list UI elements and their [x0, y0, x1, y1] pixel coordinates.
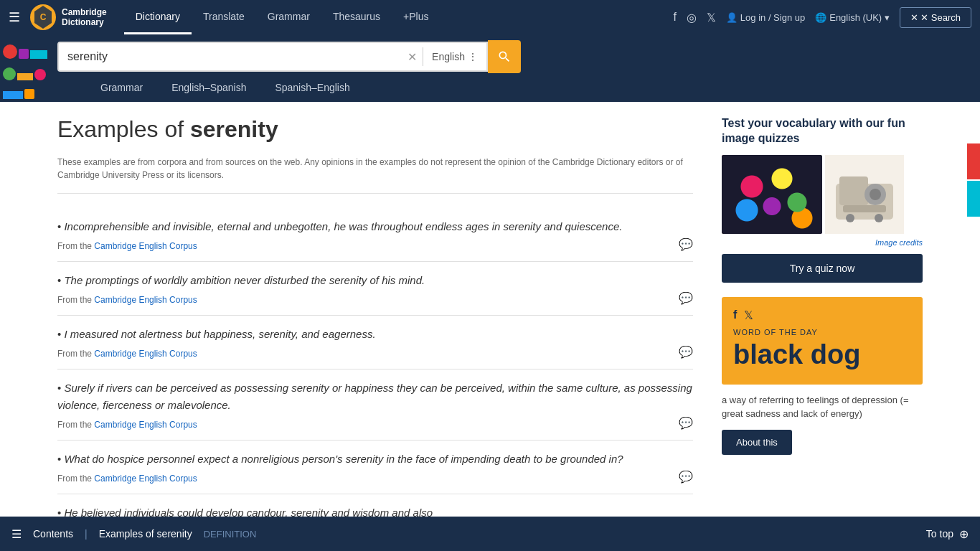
bottom-hamburger-menu[interactable]: ☰: [11, 527, 22, 541]
svg-point-6: [774, 171, 798, 196]
comment-icon[interactable]: 💬: [679, 470, 693, 484]
quiz-button[interactable]: Try a quiz now: [722, 254, 923, 283]
wotd-word: black dog: [733, 339, 911, 370]
svg-point-9: [782, 194, 805, 217]
quiz-image-right: [825, 155, 904, 234]
bottom-examples-link[interactable]: Examples of serenity: [99, 528, 192, 540]
to-top-icon[interactable]: ⊕: [959, 527, 969, 541]
instagram-icon[interactable]: ◎: [687, 11, 697, 24]
quiz-box: Test your vocabulary with our fun image …: [722, 116, 923, 283]
close-icon: ✕: [910, 12, 918, 23]
logo[interactable]: C Cambridge Dictionary: [29, 3, 107, 32]
image-credits: Image credits: [722, 238, 923, 247]
sub-nav-grammar[interactable]: Grammar: [86, 73, 157, 102]
example-source: From the Cambridge English Corpus: [57, 420, 693, 430]
nav-right: f ◎ 𝕏 👤 Log in / Sign up 🌐 English (UK) …: [673, 7, 971, 28]
word-of-the-day-box: f 𝕏 WORD OF THE DAY black dog: [722, 297, 923, 385]
nav-link-translate[interactable]: Translate: [192, 1, 256, 34]
comment-icon[interactable]: 💬: [679, 345, 693, 359]
main-content: Examples of serenity These examples are …: [0, 116, 980, 548]
bottom-right: To top ⊕: [926, 527, 969, 541]
wotd-label: WORD OF THE DAY: [733, 328, 911, 336]
wotd-facebook-icon[interactable]: f: [733, 309, 737, 322]
sub-nav-spanish-english[interactable]: Spanish–English: [260, 73, 364, 102]
wotd-definition-area: a way of referring to feelings of depres…: [722, 393, 923, 455]
example-text: What do hospice personnel expect a nonre…: [57, 451, 693, 468]
search-bar: ✕ English ⋮: [57, 42, 488, 72]
about-this-button[interactable]: About this: [722, 430, 792, 455]
disclaimer-text: These examples are from corpora and from…: [57, 156, 693, 194]
search-button-top[interactable]: ✕ ✕ Search: [900, 7, 971, 28]
nav-link-plus[interactable]: +Plus: [392, 1, 440, 34]
logo-icon: C: [29, 3, 57, 32]
hamburger-menu[interactable]: ☰: [9, 9, 20, 25]
svg-point-22: [875, 214, 883, 222]
clear-search-button[interactable]: ✕: [402, 50, 423, 64]
main-nav-links: Dictionary Translate Grammar Thesaurus +…: [124, 1, 440, 34]
right-accent-decoration: [967, 143, 980, 217]
search-go-button[interactable]: [488, 40, 521, 73]
quiz-image-left: [722, 155, 822, 234]
search-area-wrapper: ✕ English ⋮ Grammar English–Spanish Span…: [0, 34, 980, 102]
language-selector[interactable]: 🌐 English (UK) ▾: [815, 12, 890, 23]
comment-icon[interactable]: 💬: [679, 291, 693, 305]
example-text: Incomprehensible and invisible, eternal …: [57, 218, 693, 235]
example-text: Surely if rivers can be perceived as pos…: [57, 380, 693, 414]
wotd-twitter-icon[interactable]: 𝕏: [744, 309, 753, 322]
wotd-social: f 𝕏: [733, 309, 911, 322]
twitter-icon[interactable]: 𝕏: [707, 11, 716, 24]
bottom-contents-button[interactable]: Contents: [33, 528, 73, 540]
svg-point-21: [846, 214, 854, 222]
to-top-button[interactable]: To top: [926, 528, 953, 540]
quiz-images: [722, 155, 923, 234]
svg-rect-13: [776, 155, 780, 185]
logo-text: Cambridge Dictionary: [62, 7, 107, 28]
svg-rect-17: [839, 176, 868, 205]
user-icon: 👤: [726, 12, 738, 23]
language-select[interactable]: English ⋮: [423, 51, 486, 62]
quiz-title: Test your vocabulary with our fun image …: [722, 116, 923, 146]
svg-rect-20: [843, 205, 886, 212]
comment-icon[interactable]: 💬: [679, 237, 693, 251]
example-source: From the Cambridge English Corpus: [57, 295, 693, 305]
svg-point-10: [798, 166, 818, 187]
search-input[interactable]: [59, 50, 402, 63]
comment-icon[interactable]: 💬: [679, 416, 693, 430]
svg-point-5: [753, 161, 776, 184]
svg-rect-11: [729, 155, 733, 184]
corpus-link[interactable]: Cambridge English Corpus: [94, 349, 197, 359]
facebook-icon[interactable]: f: [673, 11, 676, 24]
example-source: From the Cambridge English Corpus: [57, 474, 693, 484]
svg-text:C: C: [40, 12, 47, 22]
example-text: I measured not alertness but happiness, …: [57, 326, 693, 343]
bottom-bar: ☰ Contents | Examples of serenity DEFINI…: [0, 517, 980, 548]
search-icon: [497, 50, 512, 64]
svg-rect-14: [801, 155, 805, 182]
corpus-link[interactable]: Cambridge English Corpus: [94, 474, 197, 484]
login-button[interactable]: 👤 Log in / Sign up: [726, 12, 805, 23]
search-row: ✕ English ⋮: [0, 34, 980, 73]
chevron-down-icon: ▾: [885, 12, 890, 23]
nav-link-thesaurus[interactable]: Thesaurus: [321, 1, 392, 34]
svg-point-4: [727, 167, 753, 193]
svg-rect-3: [722, 155, 822, 234]
corpus-link[interactable]: Cambridge English Corpus: [94, 241, 197, 251]
svg-point-8: [758, 198, 779, 220]
svg-point-19: [870, 189, 881, 200]
example-item: Incomprehensible and invisible, eternal …: [57, 208, 693, 262]
top-navigation: ☰ C Cambridge Dictionary Dictionary Tran…: [0, 0, 980, 34]
nav-link-grammar[interactable]: Grammar: [256, 1, 321, 34]
corpus-link[interactable]: Cambridge English Corpus: [94, 295, 197, 305]
example-item: The promptings of worldly ambition never…: [57, 262, 693, 316]
svg-point-7: [730, 194, 756, 220]
image-credits-link[interactable]: Image credits: [875, 238, 923, 247]
content-area: Examples of serenity These examples are …: [57, 116, 693, 548]
sub-nav-english-spanish[interactable]: English–Spanish: [157, 73, 260, 102]
corpus-link[interactable]: Cambridge English Corpus: [94, 420, 197, 430]
chevron-down-icon: ⋮: [468, 51, 478, 62]
accent-cyan: [967, 181, 980, 217]
nav-link-dictionary[interactable]: Dictionary: [124, 1, 192, 34]
bottom-divider: |: [85, 528, 88, 540]
page-title: Examples of serenity: [57, 116, 693, 143]
bottom-definition-link[interactable]: DEFINITION: [204, 529, 257, 540]
